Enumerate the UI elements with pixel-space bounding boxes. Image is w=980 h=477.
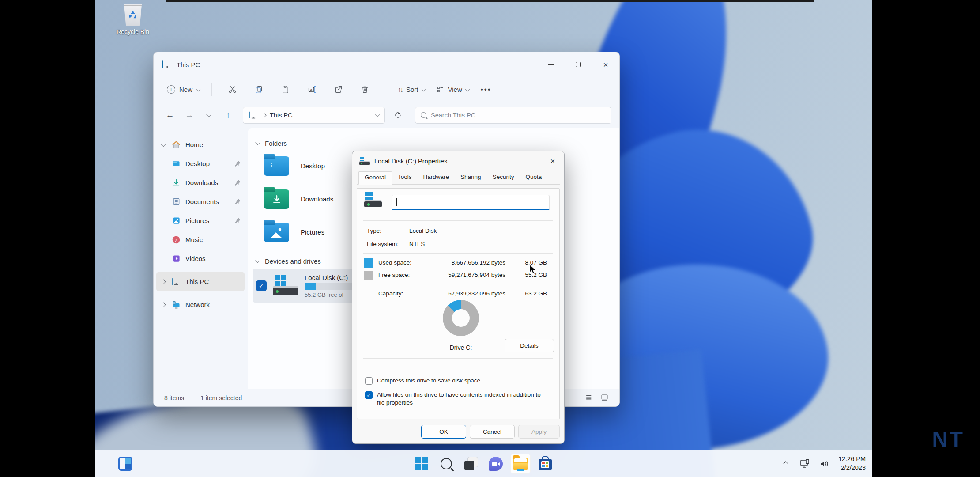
breadcrumb-chevron-icon xyxy=(261,113,266,117)
sidebar-item-home[interactable]: Home xyxy=(156,135,245,154)
collapse-icon[interactable] xyxy=(255,258,260,263)
tab-general[interactable]: General xyxy=(358,171,392,185)
rename-button[interactable]: A xyxy=(302,81,321,98)
svg-text:♪: ♪ xyxy=(175,237,177,242)
new-button-label: New xyxy=(179,86,192,93)
task-view-button[interactable] xyxy=(461,454,481,474)
downloads-icon xyxy=(171,178,181,188)
local-disk-icon xyxy=(273,275,298,297)
breadcrumb-location[interactable]: This PC xyxy=(270,112,293,119)
tab-sharing[interactable]: Sharing xyxy=(455,171,487,185)
chat-button[interactable] xyxy=(486,454,506,474)
large-icons-view-button[interactable] xyxy=(600,394,609,402)
tab-tools[interactable]: Tools xyxy=(392,171,418,185)
apply-button[interactable]: Apply xyxy=(518,425,560,439)
details-button[interactable]: Details xyxy=(505,339,554,352)
more-options-button[interactable]: ••• xyxy=(481,85,491,94)
explorer-toolbar: + New A xyxy=(154,77,619,102)
tab-quota[interactable]: Quota xyxy=(520,171,547,185)
recycle-bin[interactable]: Recycle Bin xyxy=(112,4,154,35)
documents-icon xyxy=(171,197,181,207)
ok-button[interactable]: OK xyxy=(421,425,466,439)
share-button[interactable] xyxy=(329,81,347,98)
microsoft-store-button[interactable] xyxy=(535,454,555,474)
paste-button[interactable] xyxy=(276,81,294,98)
close-button[interactable]: × xyxy=(592,52,619,77)
compress-checkbox-row[interactable]: Compress this drive to save disk space xyxy=(365,377,550,385)
details-view-button[interactable] xyxy=(585,394,593,402)
cancel-button[interactable]: Cancel xyxy=(470,425,515,439)
new-button[interactable]: + New xyxy=(162,82,204,97)
sidebar-item-desktop[interactable]: Desktop xyxy=(156,154,245,173)
folder-name: Desktop xyxy=(301,162,325,170)
tab-hardware[interactable]: Hardware xyxy=(418,171,455,185)
pictures-folder-icon xyxy=(264,223,289,242)
sidebar-item-label: Documents xyxy=(185,198,219,205)
expand-icon[interactable] xyxy=(161,279,166,284)
explorer-title: This PC xyxy=(177,61,200,68)
copy-button[interactable] xyxy=(249,81,268,98)
delete-button[interactable] xyxy=(355,81,374,98)
drive-c-label: Drive C: xyxy=(423,344,498,351)
search-button[interactable] xyxy=(436,454,456,474)
address-dropdown-icon[interactable] xyxy=(375,112,380,117)
videos-icon xyxy=(171,254,181,264)
sidebar-item-network[interactable]: Network xyxy=(156,295,245,314)
index-checkbox-label: Allow files on this drive to have conten… xyxy=(377,391,550,407)
index-checkbox[interactable]: ✓ xyxy=(365,391,373,399)
start-button[interactable] xyxy=(411,454,432,474)
widgets-icon xyxy=(118,457,132,471)
network-icon xyxy=(171,300,181,310)
search-icon xyxy=(441,458,452,469)
cut-button[interactable] xyxy=(223,81,241,98)
music-icon: ♪ xyxy=(171,235,181,245)
sort-button[interactable]: ↑↓ Sort xyxy=(398,86,426,93)
windows-logo-icon xyxy=(415,457,428,470)
file-explorer-button[interactable] xyxy=(510,454,531,474)
view-button[interactable]: View xyxy=(436,85,469,94)
chevron-down-icon xyxy=(421,86,426,91)
sidebar-item-videos[interactable]: Videos xyxy=(156,249,245,268)
dialog-tabs: General Tools Hardware Sharing Security … xyxy=(352,171,564,185)
sidebar-item-documents[interactable]: Documents xyxy=(156,192,245,211)
sidebar-item-pictures[interactable]: Pictures xyxy=(156,211,245,230)
plus-icon: + xyxy=(167,85,175,94)
sidebar-item-this-pc[interactable]: This PC xyxy=(156,272,245,291)
dialog-close-button[interactable]: × xyxy=(543,152,562,170)
volume-label-input[interactable] xyxy=(392,195,550,210)
refresh-button[interactable] xyxy=(389,107,406,123)
index-checkbox-row[interactable]: ✓ Allow files on this drive to have cont… xyxy=(365,391,550,407)
microsoft-store-icon xyxy=(539,459,552,470)
recent-locations-button[interactable] xyxy=(200,107,217,123)
video-frame: Recycle Bin This PC × + New xyxy=(0,0,980,477)
expand-icon[interactable] xyxy=(161,141,166,146)
sidebar-item-label: Music xyxy=(185,236,203,243)
address-bar[interactable]: This PC xyxy=(243,107,385,124)
taskbar-clock[interactable]: 12:26 PM 2/2/2023 xyxy=(838,455,866,472)
sidebar-item-music[interactable]: ♪ Music xyxy=(156,230,245,249)
compress-checkbox[interactable] xyxy=(365,377,373,385)
filesystem-label: File system: xyxy=(367,241,399,247)
search-input[interactable]: Search This PC xyxy=(415,107,611,124)
section-title: Folders xyxy=(265,140,287,147)
svg-text:A: A xyxy=(310,88,313,92)
maximize-button[interactable] xyxy=(565,52,592,77)
this-pc-icon xyxy=(171,277,181,287)
up-button[interactable]: ↑ xyxy=(220,107,237,123)
tab-security[interactable]: Security xyxy=(487,171,520,185)
volume-tray-icon[interactable] xyxy=(819,458,830,469)
widgets-button[interactable] xyxy=(115,454,136,474)
expand-icon[interactable] xyxy=(161,302,166,307)
tray-date: 2/2/2023 xyxy=(838,464,866,473)
tray-chevron-up-button[interactable] xyxy=(780,458,792,469)
forward-button[interactable]: → xyxy=(181,107,198,123)
selected-checkbox[interactable]: ✓ xyxy=(256,280,267,291)
minimize-button[interactable] xyxy=(537,52,565,77)
back-button[interactable]: ← xyxy=(162,107,178,123)
network-tray-icon[interactable] xyxy=(799,458,811,469)
collapse-icon[interactable] xyxy=(255,140,260,145)
this-pc-icon xyxy=(162,61,172,68)
chevron-down-icon xyxy=(465,86,470,91)
section-folders[interactable]: Folders xyxy=(253,137,619,149)
sidebar-item-downloads[interactable]: Downloads xyxy=(156,173,245,192)
